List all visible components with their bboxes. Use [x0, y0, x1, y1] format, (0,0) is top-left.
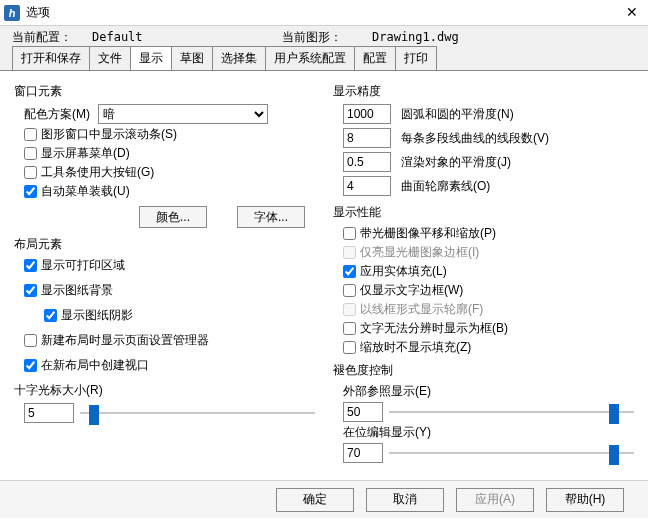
cb-apply-solid-fill[interactable]: 应用实体填充(L) — [343, 263, 634, 280]
titlebar: h 选项 ✕ — [0, 0, 648, 26]
tab-selection[interactable]: 选择集 — [212, 46, 266, 70]
cb-text-boundary-only[interactable]: 仅显示文字边框(W) — [343, 282, 634, 299]
xref-display-input[interactable] — [343, 402, 383, 422]
display-resolution-title: 显示精度 — [333, 83, 634, 100]
info-row: 当前配置： Default 当前图形： Drawing1.dwg — [0, 26, 648, 48]
cb-toolbar-large-buttons[interactable]: 工具条使用大按钮(G) — [24, 164, 315, 181]
contour-lines-label: 曲面轮廓素线(O) — [401, 178, 490, 195]
cb-highlight-raster-frame: 仅亮显光栅图象边框(I) — [343, 244, 634, 261]
right-column: 显示精度 圆弧和圆的平滑度(N) 每条多段线曲线的线段数(V) 渲染对象的平滑度… — [333, 79, 634, 472]
fade-control-title: 褪色度控制 — [333, 362, 634, 379]
cb-page-setup-mgr[interactable]: 新建布局时显示页面设置管理器 — [24, 332, 315, 349]
close-icon[interactable]: ✕ — [622, 3, 642, 23]
cb-create-viewport[interactable]: 在新布局中创建视口 — [24, 357, 315, 374]
crosshair-title: 十字光标大小(R) — [14, 382, 315, 399]
crosshair-input[interactable] — [24, 403, 74, 423]
fonts-button[interactable]: 字体... — [237, 206, 305, 228]
tab-open-save[interactable]: 打开和保存 — [12, 46, 90, 70]
left-column: 窗口元素 配色方案(M) 暗 图形窗口中显示滚动条(S) 显示屏幕菜单(D) 工… — [14, 79, 315, 472]
apply-button[interactable]: 应用(A) — [456, 488, 534, 512]
inplace-edit-input[interactable] — [343, 443, 383, 463]
window-elements-title: 窗口元素 — [14, 83, 315, 100]
crosshair-slider[interactable] — [80, 405, 315, 421]
cb-hide-fill-on-zoom[interactable]: 缩放时不显示填充(Z) — [343, 339, 634, 356]
cb-show-paper-shadow[interactable]: 显示图纸阴影 — [44, 307, 315, 324]
tab-sketch[interactable]: 草图 — [171, 46, 213, 70]
segments-per-polyline-label: 每条多段线曲线的线段数(V) — [401, 130, 549, 147]
inplace-edit-label: 在位编辑显示(Y) — [343, 424, 634, 441]
cb-show-paper-bg[interactable]: 显示图纸背景 — [24, 282, 315, 299]
cb-show-printable-area[interactable]: 显示可打印区域 — [24, 257, 315, 274]
cancel-button[interactable]: 取消 — [366, 488, 444, 512]
tab-content: 窗口元素 配色方案(M) 暗 图形窗口中显示滚动条(S) 显示屏幕菜单(D) 工… — [0, 70, 648, 480]
contour-lines-input[interactable] — [343, 176, 391, 196]
tab-display[interactable]: 显示 — [130, 46, 172, 71]
cb-show-screen-menu[interactable]: 显示屏幕菜单(D) — [24, 145, 315, 162]
color-scheme-select[interactable]: 暗 — [98, 104, 268, 124]
ok-button[interactable]: 确定 — [276, 488, 354, 512]
cb-pan-zoom-raster[interactable]: 带光栅图像平移和缩放(P) — [343, 225, 634, 242]
segments-per-polyline-input[interactable] — [343, 128, 391, 148]
cb-text-as-box[interactable]: 文字无法分辨时显示为框(B) — [343, 320, 634, 337]
config-value: Default — [92, 30, 282, 44]
drawing-label: 当前图形： — [282, 29, 372, 46]
tab-config[interactable]: 配置 — [354, 46, 396, 70]
drawing-value: Drawing1.dwg — [372, 30, 459, 44]
cb-wireframe-silhouette: 以线框形式显示轮廓(F) — [343, 301, 634, 318]
inplace-edit-slider[interactable] — [389, 445, 634, 461]
rendered-smooth-input[interactable] — [343, 152, 391, 172]
xref-display-slider[interactable] — [389, 404, 634, 420]
tab-user-prefs[interactable]: 用户系统配置 — [265, 46, 355, 70]
config-label: 当前配置： — [12, 29, 92, 46]
dialog-footer: 确定 取消 应用(A) 帮助(H) — [0, 480, 648, 518]
display-performance-title: 显示性能 — [333, 204, 634, 221]
cb-show-scrollbars[interactable]: 图形窗口中显示滚动条(S) — [24, 126, 315, 143]
color-scheme-label: 配色方案(M) — [24, 106, 90, 123]
cb-auto-menu-load[interactable]: 自动菜单装载(U) — [24, 183, 315, 200]
window-title: 选项 — [26, 4, 622, 21]
tab-bar: 打开和保存 文件 显示 草图 选择集 用户系统配置 配置 打印 — [0, 48, 648, 70]
app-icon: h — [4, 5, 20, 21]
rendered-smooth-label: 渲染对象的平滑度(J) — [401, 154, 511, 171]
tab-print[interactable]: 打印 — [395, 46, 437, 70]
colors-button[interactable]: 颜色... — [139, 206, 207, 228]
arc-circle-smooth-input[interactable] — [343, 104, 391, 124]
xref-display-label: 外部参照显示(E) — [343, 383, 634, 400]
tab-files[interactable]: 文件 — [89, 46, 131, 70]
layout-elements-title: 布局元素 — [14, 236, 315, 253]
arc-circle-smooth-label: 圆弧和圆的平滑度(N) — [401, 106, 514, 123]
help-button[interactable]: 帮助(H) — [546, 488, 624, 512]
